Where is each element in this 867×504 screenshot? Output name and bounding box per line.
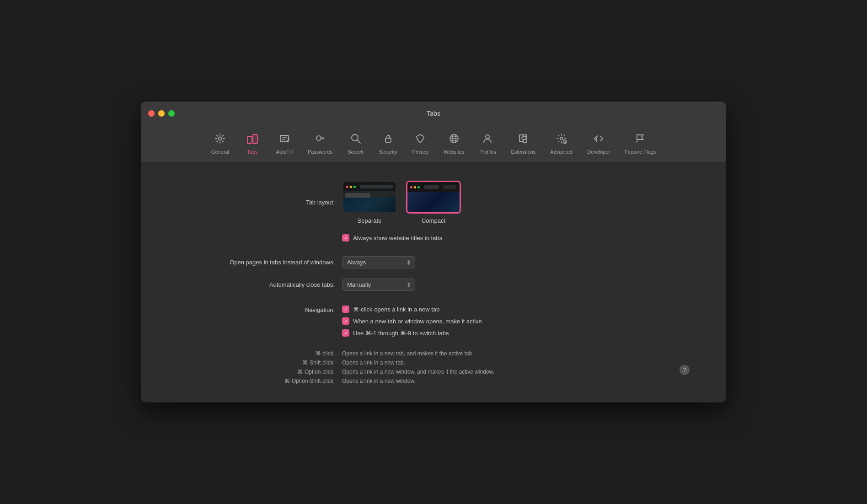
open-pages-row: Open pages in tabs instead of windows: N…	[168, 256, 699, 268]
svg-point-6	[316, 136, 321, 140]
shortcut-row-3: ⌘-Option-click: Opens a link in a new wi…	[168, 369, 699, 375]
cmd-number-checkbox[interactable]: ✓	[342, 329, 349, 337]
shortcut-desc-3: Opens a link in a new window, and makes …	[342, 369, 494, 375]
checkmark-icon: ✓	[344, 307, 348, 312]
auto-close-label: Automatically close tabs:	[168, 281, 342, 288]
search-label: Search	[348, 149, 364, 155]
security-label: Security	[379, 149, 397, 155]
shortcut-row-1: ⌘-click: Opens a link in a new tab, and …	[168, 350, 699, 357]
tab-tabs[interactable]: Tabs	[236, 130, 268, 156]
advanced-label: Advanced	[550, 149, 573, 155]
new-tab-active-label: When a new tab or window opens, make it …	[353, 318, 482, 325]
tab-search[interactable]: Search	[340, 130, 372, 156]
navigation-checkboxes: ✓ ⌘-click opens a link in a new tab ✓ Wh…	[342, 306, 482, 337]
search-icon	[350, 133, 362, 146]
tab-layout-separate[interactable]: Separate	[342, 181, 397, 224]
tabs-label: Tabs	[247, 149, 257, 155]
maximize-button[interactable]	[168, 110, 175, 117]
svg-point-0	[219, 137, 222, 140]
tab-extensions[interactable]: Extensions	[503, 130, 543, 156]
tab-layout-compact[interactable]: Compact	[406, 181, 461, 224]
cmd-click-label: ⌘-click opens a link in a new tab	[353, 306, 439, 313]
auto-close-row: Automatically close tabs: Manually After…	[168, 279, 699, 291]
open-pages-select-wrapper: Never Automatically Always ⬍	[342, 256, 415, 268]
security-icon	[382, 133, 394, 146]
checkmark-icon: ✓	[344, 236, 348, 241]
profiles-icon	[482, 133, 493, 146]
nav-checkbox-3: ✓ Use ⌘-1 through ⌘-9 to switch tabs	[342, 329, 482, 337]
cmd-click-checkbox[interactable]: ✓	[342, 306, 349, 313]
always-show-row: ✓ Always show website titles in tabs	[342, 234, 699, 241]
minimize-button[interactable]	[158, 110, 165, 117]
shortcut-key-4: ⌘-Option-Shift-click:	[168, 378, 342, 384]
nav-checkbox-1: ✓ ⌘-click opens a link in a new tab	[342, 306, 482, 313]
svg-rect-2	[253, 134, 257, 144]
open-pages-select[interactable]: Never Automatically Always	[342, 256, 415, 268]
shortcut-key-3: ⌘-Option-click:	[168, 369, 342, 375]
autofill-label: AutoFill	[276, 149, 293, 155]
close-button[interactable]	[148, 110, 155, 117]
compact-label: Compact	[422, 217, 445, 224]
window-title: Tabs	[427, 110, 440, 117]
svg-point-16	[560, 137, 563, 140]
tab-advanced[interactable]: Advanced	[543, 130, 580, 156]
extensions-label: Extensions	[511, 149, 535, 155]
developer-label: Developer	[587, 149, 610, 155]
always-show-checkbox[interactable]: ✓	[342, 234, 349, 241]
nav-checkbox-2: ✓ When a new tab or window opens, make i…	[342, 317, 482, 325]
tab-privacy[interactable]: Privacy	[404, 130, 436, 156]
shortcut-key-2: ⌘-Shift-click:	[168, 359, 342, 366]
svg-point-15	[486, 135, 489, 139]
svg-rect-1	[247, 136, 252, 144]
traffic-lights	[148, 110, 175, 117]
compact-preview	[406, 181, 461, 214]
passwords-icon	[314, 133, 326, 146]
privacy-icon	[414, 133, 426, 146]
new-tab-active-checkbox[interactable]: ✓	[342, 317, 349, 325]
tab-profiles[interactable]: Profiles	[471, 130, 503, 156]
navigation-label: Navigation:	[168, 306, 342, 313]
shortcut-desc-4: Opens a link in a new window.	[342, 378, 416, 384]
tab-developer[interactable]: Developer	[580, 130, 617, 156]
checkmark-icon: ✓	[344, 331, 348, 336]
svg-rect-9	[385, 138, 391, 142]
tab-autofill[interactable]: AutoFill	[268, 130, 300, 156]
tab-passwords[interactable]: Passwords	[300, 130, 340, 156]
help-icon: ?	[683, 367, 686, 373]
shortcut-row-4: ⌘-Option-Shift-click: Opens a link in a …	[168, 378, 699, 384]
checkmark-icon: ✓	[344, 319, 348, 324]
separate-label: Separate	[358, 217, 382, 224]
websites-icon	[448, 133, 460, 146]
preferences-window: Tabs General Tabs	[141, 102, 726, 402]
titlebar: Tabs	[141, 102, 726, 125]
general-icon	[214, 133, 226, 146]
tab-security[interactable]: Security	[372, 130, 405, 156]
content-inner: Tab layout:	[168, 181, 699, 384]
tab-general[interactable]: General	[204, 130, 236, 156]
advanced-icon	[556, 133, 567, 146]
autofill-icon	[278, 133, 290, 146]
profiles-label: Profiles	[479, 149, 496, 155]
toolbar: General Tabs AutoFill	[141, 125, 726, 162]
tab-websites[interactable]: Websites	[436, 130, 471, 156]
settings-section: Tab layout:	[168, 181, 699, 384]
help-button[interactable]: ?	[680, 365, 690, 375]
feature-flags-label: Feature Flags	[625, 149, 656, 155]
auto-close-select[interactable]: Manually After one day After one week Af…	[342, 279, 415, 291]
general-label: General	[211, 149, 229, 155]
always-show-checkbox-row: ✓ Always show website titles in tabs	[342, 234, 442, 241]
open-pages-label: Open pages in tabs instead of windows:	[168, 259, 342, 266]
websites-label: Websites	[444, 149, 464, 155]
svg-line-8	[357, 140, 360, 144]
tab-layout-options: Separate	[342, 181, 461, 224]
cmd-number-label: Use ⌘-1 through ⌘-9 to switch tabs	[353, 330, 449, 337]
tabs-icon	[246, 133, 258, 146]
shortcut-desc-2: Opens a link in a new tab.	[342, 359, 405, 366]
auto-close-select-wrapper: Manually After one day After one week Af…	[342, 279, 415, 291]
keyboard-shortcuts: ⌘-click: Opens a link in a new tab, and …	[168, 350, 699, 384]
feature-flags-icon	[634, 133, 646, 146]
tab-feature-flags[interactable]: Feature Flags	[617, 130, 663, 156]
tab-layout-row: Tab layout:	[168, 181, 699, 224]
tab-layout-label: Tab layout:	[168, 199, 342, 206]
content-area: Tab layout:	[141, 162, 726, 402]
